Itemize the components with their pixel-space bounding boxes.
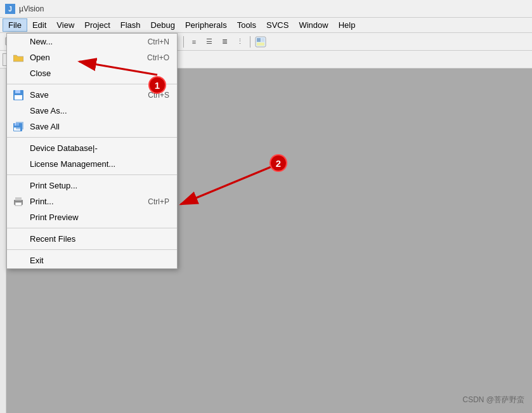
menu-item-print[interactable]: Print... Ctrl+P [7, 193, 177, 209]
print-icon [12, 195, 25, 208]
menu-item-open[interactable]: Open Ctrl+O [7, 49, 177, 65]
menu-item-close-label: Close [30, 69, 51, 78]
save-all-icon [12, 121, 25, 133]
svg-text:J: J [8, 6, 12, 13]
title-bar: J µVision [0, 0, 532, 18]
menu-item-recent-files-label: Recent Files [30, 234, 75, 244]
menu-item-device-db-label: Device Database|- [30, 143, 98, 153]
menu-help[interactable]: Help [334, 19, 361, 31]
svg-rect-29 [15, 197, 22, 200]
menu-divider-2 [7, 137, 177, 138]
menu-divider-3 [7, 174, 177, 175]
menu-bar: File Edit View Project Flash Debug Perip… [0, 18, 532, 33]
menu-item-print-preview-label: Print Preview [30, 213, 79, 222]
menu-window[interactable]: Window [294, 19, 333, 31]
menu-item-open-shortcut: Ctrl+O [147, 53, 169, 62]
menu-flash[interactable]: Flash [115, 19, 146, 31]
menu-item-print-preview[interactable]: Print Preview [7, 209, 177, 225]
menu-view[interactable]: View [51, 19, 79, 31]
svg-rect-12 [261, 38, 264, 42]
menu-project[interactable]: Project [79, 19, 115, 31]
toolbar-align4[interactable]: ⋮ [233, 35, 247, 49]
annotation-2: 2 [269, 154, 287, 172]
menu-item-save-label: Save [30, 90, 49, 100]
title-bar-text: µVision [19, 4, 44, 13]
menu-item-save-all[interactable]: Save All [7, 119, 177, 134]
menu-divider-5 [7, 249, 177, 250]
menu-file[interactable]: File [3, 18, 27, 32]
menu-item-license[interactable]: License Management... [7, 156, 177, 172]
watermark: CSDN @菩萨野蛮 [462, 395, 524, 405]
svg-rect-23 [15, 95, 22, 100]
open-icon [12, 51, 25, 64]
menu-peripherals[interactable]: Peripherals [180, 19, 232, 31]
menu-item-device-db[interactable]: Device Database|- [7, 140, 177, 156]
toolbar-img[interactable] [254, 35, 268, 49]
toolbar-align1[interactable]: ≡ [187, 35, 201, 49]
menu-item-new-label: New... [30, 37, 53, 46]
menu-tools[interactable]: Tools [232, 19, 261, 31]
menu-item-license-label: License Management... [30, 159, 115, 169]
menu-item-exit[interactable]: Exit [7, 252, 177, 268]
menu-item-new[interactable]: New... Ctrl+N [7, 34, 177, 49]
menu-item-recent-files[interactable]: Recent Files [7, 231, 177, 247]
menu-item-print-setup[interactable]: Print Setup... [7, 178, 177, 193]
left-panel [0, 69, 6, 413]
menu-item-print-label: Print... [30, 197, 54, 206]
svg-rect-30 [15, 202, 22, 206]
menu-edit[interactable]: Edit [27, 19, 51, 31]
svg-rect-13 [257, 43, 264, 46]
menu-item-save-as[interactable]: Save As... [7, 103, 177, 119]
menu-item-new-shortcut: Ctrl+N [148, 37, 169, 46]
menu-debug[interactable]: Debug [146, 19, 180, 31]
menu-divider-4 [7, 228, 177, 228]
menu-item-print-shortcut: Ctrl+P [148, 197, 169, 206]
toolbar-sep3 [183, 36, 184, 48]
toolbar-align2[interactable]: ☰ [202, 35, 216, 49]
svg-rect-27 [16, 122, 23, 129]
svg-rect-22 [15, 90, 20, 93]
menu-item-open-label: Open [30, 53, 50, 62]
toolbar-sep4 [250, 36, 250, 48]
file-dropdown-menu: New... Ctrl+N Open Ctrl+O Close Save Ctr… [6, 33, 178, 269]
annotation-1: 1 [148, 76, 166, 94]
menu-item-save-all-label: Save All [30, 122, 60, 131]
save-icon [12, 89, 25, 102]
menu-item-print-setup-label: Print Setup... [30, 181, 77, 190]
toolbar-align3[interactable]: ≣ [217, 35, 231, 49]
app-icon: J [5, 4, 15, 14]
menu-item-save-as-label: Save As... [30, 106, 67, 115]
svg-rect-11 [257, 38, 261, 42]
menu-item-exit-label: Exit [30, 256, 44, 265]
menu-svcs[interactable]: SVCS [261, 19, 294, 31]
